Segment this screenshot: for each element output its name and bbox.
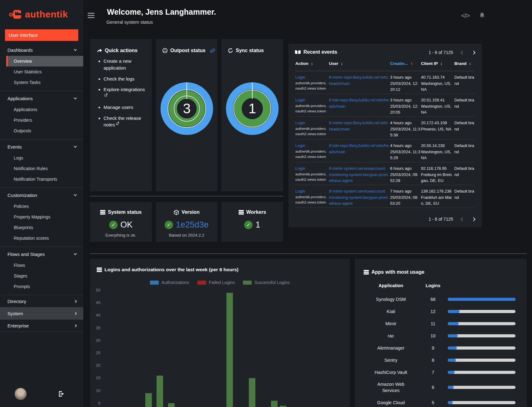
pagination-next-icon[interactable] xyxy=(472,51,476,55)
outpost-link-icon[interactable] xyxy=(210,48,215,53)
sort-icon[interactable]: ↕ xyxy=(440,61,443,66)
hamburger-menu-icon[interactable] xyxy=(88,13,94,18)
event-action-link[interactable]: Login xyxy=(295,166,305,171)
quick-action-release-notes[interactable]: Check the release notes xyxy=(104,115,148,129)
sidebar-item-policies[interactable]: Policies xyxy=(0,201,83,212)
chart-bar xyxy=(249,378,255,407)
events-pagination-bottom: 1 - 6 of 7125 xyxy=(428,217,475,222)
usage-row-kiali: Kiali12 xyxy=(364,305,518,317)
chevron-right-icon xyxy=(74,312,77,315)
server-icon xyxy=(364,270,369,275)
nav-group-header-customization[interactable]: Customization xyxy=(0,189,83,201)
event-user-link[interactable]: tf-mimir-system:serviceaccount:monitorin… xyxy=(329,188,389,207)
event-action-link[interactable]: Login xyxy=(295,120,305,125)
nav-group-system: System xyxy=(0,307,83,320)
usage-row-mimir: Mimir11 xyxy=(364,317,518,330)
outpost-status-icon xyxy=(162,48,168,53)
column-header-action[interactable]: Action↕ xyxy=(295,61,313,66)
section-divider xyxy=(90,196,283,196)
sign-out-icon[interactable] xyxy=(58,390,66,397)
nav-group-header-flows-and-stages[interactable]: Flows and Stages xyxy=(0,248,83,260)
sync-status-value: 1 xyxy=(249,101,256,116)
sidebar-item-reputation-scores[interactable]: Reputation scores xyxy=(0,233,83,243)
apps-usage-header: Application Logins xyxy=(364,282,518,289)
sidebar-item-notification-rules[interactable]: Notification Rules xyxy=(0,163,83,174)
pagination-prev-icon[interactable] xyxy=(461,217,465,221)
event-row: Loginauthentik.providers.oauth2.views.to… xyxy=(295,162,475,185)
column-header-creation-date[interactable]: Creatio...↑ xyxy=(390,61,413,66)
sort-asc-icon[interactable]: ↑ xyxy=(411,61,413,66)
column-header-brand[interactable]: Brand↕ xyxy=(454,61,471,66)
events-table-header: Action↕ User↕ Creatio...↑ Client IP↕ Bra… xyxy=(295,61,475,71)
version-value-link[interactable]: 1e25d3e xyxy=(176,220,209,230)
svg-text:15: 15 xyxy=(96,375,100,380)
usage-progressbar xyxy=(448,401,515,404)
sidebar-item-prompts[interactable]: Prompts xyxy=(0,281,83,292)
event-user-link[interactable]: tf-mimir-system:serviceaccount:monitorin… xyxy=(329,165,389,184)
quick-action-create-application[interactable]: Create a new application xyxy=(104,58,148,71)
chart-bar xyxy=(145,393,152,407)
sidebar-item-applications[interactable]: Applications xyxy=(0,104,83,115)
event-action-link[interactable]: Login xyxy=(295,98,305,102)
chevron-down-icon xyxy=(74,252,77,255)
quick-action-manage-users[interactable]: Manage users xyxy=(104,104,148,111)
notifications-bell-icon[interactable] xyxy=(478,12,486,19)
sidebar-item-user-statistics[interactable]: User Statistics xyxy=(0,66,83,77)
event-date: 6 hours ago25/03/2024, 09:52:28 xyxy=(390,165,420,184)
event-user-link[interactable]: tf-mimir-repo:BeryJu/k8s:ref:refs/heads/… xyxy=(329,120,389,132)
nav-group-header-enterprise[interactable]: Enterprise xyxy=(0,320,83,331)
sidebar-item-overview[interactable]: Overview xyxy=(6,56,83,66)
quick-actions-icon xyxy=(97,48,102,53)
sidebar-item-system-tasks[interactable]: System Tasks xyxy=(0,77,83,88)
page-subtitle: General system status xyxy=(106,19,153,25)
column-header-logins: Logins xyxy=(418,283,448,288)
event-user-link[interactable]: tf-loki-repo:BeryJu/k8s:ref:refs/heads/m… xyxy=(329,97,389,109)
sidebar-item-providers[interactable]: Providers xyxy=(0,115,83,125)
authentik-logo: authentik xyxy=(0,0,83,24)
sort-icon[interactable]: ↕ xyxy=(311,61,313,66)
sidebar-item-blueprints[interactable]: Blueprints xyxy=(0,222,83,233)
event-action-link[interactable]: Login xyxy=(295,75,305,80)
svg-text:20: 20 xyxy=(96,363,100,368)
sidebar-item-notification-transports[interactable]: Notification Transports xyxy=(0,174,83,184)
check-circle-icon: ✓ xyxy=(244,221,253,229)
usage-progressbar xyxy=(448,371,515,374)
svg-text:50: 50 xyxy=(96,288,100,292)
nav-group-flows-and-stages: Flows and Stages Flows Stages Prompts xyxy=(0,247,83,295)
event-user-link[interactable]: tf-mimir-repo:BeryJu/k8s:ref:refs/heads/… xyxy=(329,74,389,86)
column-header-user[interactable]: User↕ xyxy=(329,61,343,66)
avatar[interactable] xyxy=(14,388,27,400)
sort-icon[interactable]: ↕ xyxy=(469,61,471,66)
nav-group-header-events[interactable]: Events xyxy=(0,141,83,153)
event-row: Loginauthentik.providers.oauth2.views.to… xyxy=(295,117,475,140)
pagination-next-icon[interactable] xyxy=(472,217,476,221)
sidebar-item-stages[interactable]: Stages xyxy=(0,271,83,281)
pagination-prev-icon[interactable] xyxy=(461,51,465,55)
event-row: Loginauthentik.providers.oauth2.views.to… xyxy=(295,71,475,94)
chevron-right-icon xyxy=(74,324,77,327)
sidebar-item-logs[interactable]: Logs xyxy=(0,153,83,163)
sort-icon[interactable]: ↕ xyxy=(341,61,343,66)
nav-group-dashboards: Dashboards Overview User Statistics Syst… xyxy=(0,43,83,91)
api-code-icon[interactable]: </> xyxy=(461,12,470,19)
event-action-link[interactable]: Login xyxy=(295,189,305,194)
quick-action-explore-integrations[interactable]: Explore integrations xyxy=(104,86,148,100)
nav-group-header-system[interactable]: System xyxy=(0,307,83,319)
nav-group-header-dashboards[interactable]: Dashboards xyxy=(0,44,83,56)
quick-action-check-logs[interactable]: Check the logs xyxy=(104,76,148,82)
event-brand: Default brand xyxy=(454,120,476,132)
nav-group-header-applications[interactable]: Applications xyxy=(0,92,83,104)
pagination-label: 1 - 6 of 7125 xyxy=(428,217,453,222)
sidebar-item-property-mappings[interactable]: Property Mappings xyxy=(0,212,83,222)
sidebar-item-flows[interactable]: Flows xyxy=(0,260,83,271)
outpost-status-donut: 3 xyxy=(156,80,217,137)
user-interface-button[interactable]: User interface xyxy=(5,29,78,41)
column-header-client-ip[interactable]: Client IP↕ xyxy=(421,61,443,66)
event-user-link[interactable]: tf-loki-repo:BeryJu/k8s:ref:refs/heads/m… xyxy=(329,143,389,155)
usage-row-alertmanager: Alertmanager9 xyxy=(364,342,518,354)
version-title: Version xyxy=(181,209,200,215)
sidebar-item-outposts[interactable]: Outposts xyxy=(0,125,83,136)
event-action-link[interactable]: Login xyxy=(295,143,305,148)
external-link-icon xyxy=(104,93,108,96)
nav-group-header-directory[interactable]: Directory xyxy=(0,295,83,307)
